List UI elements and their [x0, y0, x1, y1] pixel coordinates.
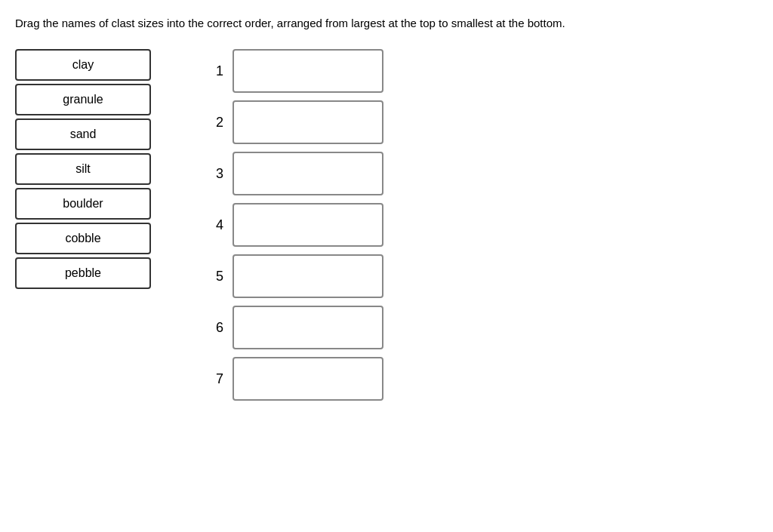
instructions-text: Drag the names of clast sizes into the c… [15, 15, 758, 31]
drop-number-2: 2 [211, 115, 223, 131]
drop-number-7: 7 [211, 371, 223, 387]
drop-zone-6[interactable] [233, 306, 383, 349]
drop-zone-4[interactable] [233, 203, 383, 247]
drop-row-2: 2 [211, 100, 383, 144]
drop-zone-5[interactable] [233, 254, 383, 298]
drop-number-1: 1 [211, 63, 223, 79]
drop-row-1: 1 [211, 49, 383, 93]
drop-number-6: 6 [211, 320, 223, 336]
drop-row-5: 5 [211, 254, 383, 298]
drop-number-5: 5 [211, 269, 223, 284]
drag-item-clay[interactable]: clay [15, 49, 151, 81]
drag-item-cobble[interactable]: cobble [15, 223, 151, 254]
drop-row-6: 6 [211, 306, 383, 349]
drop-row-4: 4 [211, 203, 383, 247]
drag-item-granule[interactable]: granule [15, 84, 151, 115]
drop-row-7: 7 [211, 357, 383, 401]
drag-item-sand[interactable]: sand [15, 118, 151, 150]
drag-item-pebble[interactable]: pebble [15, 257, 151, 289]
drop-row-3: 3 [211, 152, 383, 195]
drop-zone-list: 1234567 [211, 49, 383, 401]
drop-zone-3[interactable] [233, 152, 383, 195]
drag-item-boulder[interactable]: boulder [15, 188, 151, 220]
drop-zone-7[interactable] [233, 357, 383, 401]
drop-number-4: 4 [211, 217, 223, 233]
drop-zone-2[interactable] [233, 100, 383, 144]
drop-zone-1[interactable] [233, 49, 383, 93]
main-container: claygranulesandsiltbouldercobblepebble 1… [15, 49, 758, 401]
source-list: claygranulesandsiltbouldercobblepebble [15, 49, 151, 289]
drag-item-silt[interactable]: silt [15, 153, 151, 185]
drop-number-3: 3 [211, 166, 223, 182]
